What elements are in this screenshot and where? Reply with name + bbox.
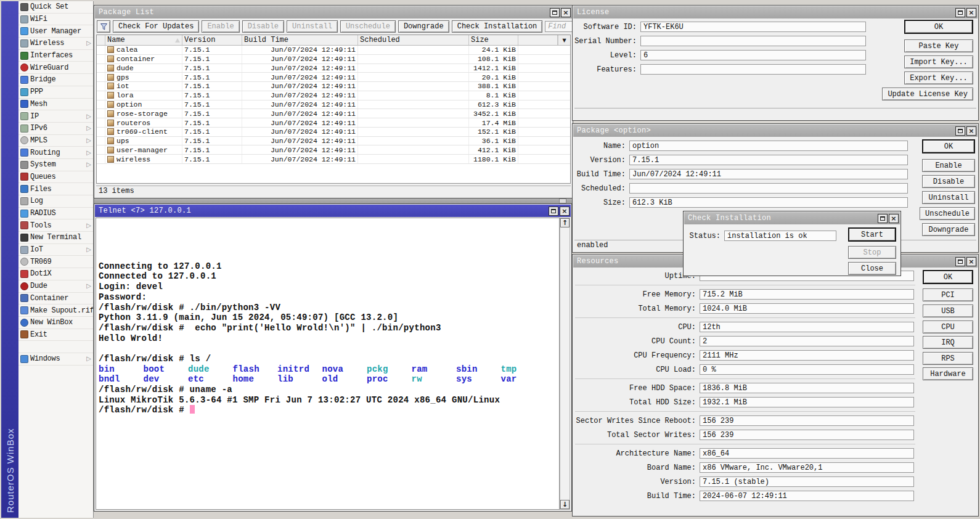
maximize-icon[interactable] xyxy=(955,8,965,17)
update-license-key-button[interactable]: Update License Key xyxy=(882,88,973,100)
downgrade-button[interactable]: Downgrade xyxy=(922,223,975,236)
sidebar-item-make-supout-rif[interactable]: Make Supout.rif xyxy=(18,304,93,317)
sidebar-item-windows[interactable]: Windows▷ xyxy=(18,353,93,366)
disable-button[interactable]: Disable xyxy=(922,175,975,188)
sidebar-item-files[interactable]: Files xyxy=(18,183,93,195)
package-list-titlebar[interactable]: Package List × xyxy=(95,6,572,18)
sidebar-item-new-winbox[interactable]: New WinBox xyxy=(18,317,93,329)
unschedule-button[interactable]: Unschedule xyxy=(920,207,975,220)
filter-icon[interactable] xyxy=(97,20,110,33)
column-header-size[interactable]: Size xyxy=(469,35,518,45)
sidebar-item-iot[interactable]: IoT▷ xyxy=(18,244,93,256)
sidebar-item-routing[interactable]: Routing▷ xyxy=(18,147,93,159)
resources-architecture-name-field[interactable]: x86_64 xyxy=(700,448,914,459)
sidebar-item-wireguard[interactable]: WireGuard xyxy=(18,62,93,74)
sidebar-item-interfaces[interactable]: Interfaces xyxy=(18,50,93,62)
close-icon[interactable]: × xyxy=(966,126,976,136)
scroll-down-icon[interactable]: ↓ xyxy=(560,500,570,509)
start-button[interactable]: Start xyxy=(848,227,896,242)
enable-button[interactable]: Enable xyxy=(922,159,975,172)
sidebar-item-quick-set[interactable]: Quick Set xyxy=(18,1,93,14)
uninstall-button[interactable]: Uninstall xyxy=(287,20,338,33)
maximize-icon[interactable] xyxy=(549,206,558,216)
sidebar-item-ppp[interactable]: PPP xyxy=(18,86,93,99)
sidebar-item-mpls[interactable]: MPLS▷ xyxy=(18,135,93,147)
disable-button[interactable]: Disable xyxy=(242,20,284,33)
sidebar-item-bridge[interactable]: Bridge xyxy=(18,74,93,86)
column-header-name[interactable]: Name xyxy=(105,35,182,45)
sidebar-item-mesh[interactable]: Mesh xyxy=(18,99,93,111)
table-row[interactable]: user-manager7.15.1Jun/07/2024 12:49:1141… xyxy=(97,145,570,155)
table-row[interactable]: routeros7.15.1Jun/07/2024 12:49:1117.4 M… xyxy=(97,118,570,128)
uninstall-button[interactable]: Uninstall xyxy=(922,191,975,204)
table-row[interactable]: ups7.15.1Jun/07/2024 12:49:1136.1 KiB xyxy=(97,137,570,146)
resources-cpu-frequency-field[interactable]: 2111 MHz xyxy=(700,350,914,361)
maximize-icon[interactable] xyxy=(550,8,560,17)
enable-button[interactable]: Enable xyxy=(202,20,239,33)
table-row[interactable]: option7.15.1Jun/07/2024 12:49:11612.3 Ki… xyxy=(97,100,570,110)
license-software-id-field[interactable]: YFTK-EK6U xyxy=(640,22,866,32)
sidebar-item-log[interactable]: Log xyxy=(18,195,93,208)
check-installation-titlebar[interactable]: Check Installation × xyxy=(684,212,900,224)
resources-cpu-field[interactable]: 12th xyxy=(700,322,914,332)
check-installation-button[interactable]: Check Installation xyxy=(452,20,543,33)
downgrade-button[interactable]: Downgrade xyxy=(398,20,449,33)
sidebar-item-wireless[interactable]: Wireless▷ xyxy=(18,38,93,50)
package-build-time-field[interactable]: Jun/07/2024 12:49:11 xyxy=(629,169,908,179)
telnet-titlebar[interactable]: Telnet <7> 127.0.0.1 × xyxy=(95,205,571,217)
table-row[interactable]: iot7.15.1Jun/07/2024 12:49:11388.1 KiB xyxy=(97,82,570,91)
terminal-output[interactable]: Connecting to 127.0.0.1Connected to 127.… xyxy=(96,218,560,510)
column-header-scheduled[interactable]: Scheduled xyxy=(358,35,469,45)
close-icon[interactable]: × xyxy=(889,214,899,223)
package-version-field[interactable]: 7.15.1 xyxy=(629,155,908,165)
license-features-field[interactable] xyxy=(640,64,866,75)
close-icon[interactable]: × xyxy=(966,8,976,17)
export-key-button[interactable]: Export Key... xyxy=(904,72,973,84)
resources-sector-writes-since-reboot-field[interactable]: 156 239 xyxy=(700,415,914,426)
package-size-field[interactable]: 612.3 KiB xyxy=(629,197,908,208)
sidebar-item-wifi[interactable]: WiFi xyxy=(18,14,93,26)
hardware-button[interactable]: Hardware xyxy=(923,367,973,380)
sidebar-item-dot1x[interactable]: Dot1X xyxy=(18,268,93,280)
table-row[interactable]: calea7.15.1Jun/07/2024 12:49:1124.1 KiB xyxy=(97,46,570,55)
resources-cpu-load-field[interactable]: 0 % xyxy=(700,364,914,375)
close-icon[interactable]: × xyxy=(966,257,976,266)
license-titlebar[interactable]: License × xyxy=(573,6,978,18)
resources-board-name-field[interactable]: x86 VMware, Inc. VMware20,1 xyxy=(700,462,914,473)
pci-button[interactable]: PCI xyxy=(923,288,973,301)
sidebar-item-new-terminal[interactable]: New Terminal xyxy=(18,232,93,244)
resources-free-hdd-space-field[interactable]: 1836.8 MiB xyxy=(700,383,914,393)
sidebar-item-container[interactable]: Container xyxy=(18,293,93,305)
table-row[interactable]: rose-storage7.15.1Jun/07/2024 12:49:1134… xyxy=(97,109,570,118)
rps-button[interactable]: RPS xyxy=(923,352,973,365)
license-serial-number-field[interactable] xyxy=(640,36,866,46)
maximize-icon[interactable] xyxy=(955,126,965,136)
import-key-button[interactable]: Import Key... xyxy=(904,55,973,68)
ok-button[interactable]: OK xyxy=(904,20,973,34)
terminal-scrollbar[interactable]: ↑ ↓ xyxy=(560,218,570,510)
package-scheduled-field[interactable] xyxy=(629,183,908,194)
paste-key-button[interactable]: Paste Key xyxy=(904,39,973,52)
stop-button[interactable]: Stop xyxy=(848,246,896,259)
column-header-version[interactable]: Version xyxy=(182,35,242,45)
usb-button[interactable]: USB xyxy=(923,304,973,317)
check-for-updates-button[interactable]: Check For Updates xyxy=(113,20,199,33)
table-row[interactable]: dude7.15.1Jun/07/2024 12:49:111412.1 KiB xyxy=(97,64,570,73)
unschedule-button[interactable]: Unschedule xyxy=(340,20,396,33)
maximize-icon[interactable] xyxy=(955,257,965,266)
resources-total-sector-writes-field[interactable]: 156 239 xyxy=(700,430,914,440)
column-select-icon[interactable]: ▼ xyxy=(558,35,570,45)
close-button[interactable]: Close xyxy=(848,262,896,275)
table-row[interactable]: lora7.15.1Jun/07/2024 12:49:118.1 KiB xyxy=(97,91,570,100)
column-header-build-time[interactable]: Build Time xyxy=(242,35,358,45)
resources-free-memory-field[interactable]: 715.2 MiB xyxy=(700,289,914,300)
table-row[interactable]: gps7.15.1Jun/07/2024 12:49:1120.1 KiB xyxy=(97,73,570,82)
table-row[interactable]: tr069-client7.15.1Jun/07/2024 12:49:1115… xyxy=(97,128,570,137)
cpu-button[interactable]: CPU xyxy=(923,321,973,333)
package-option-titlebar[interactable]: Package <option> × xyxy=(573,125,978,137)
resources-total-hdd-size-field[interactable]: 1932.1 MiB xyxy=(700,397,914,407)
sidebar-item-ip[interactable]: IP▷ xyxy=(18,110,93,123)
sidebar-item-user-manager[interactable]: User Manager xyxy=(18,25,93,38)
sidebar-item-ipv6[interactable]: IPv6▷ xyxy=(18,123,93,135)
package-name-field[interactable]: option xyxy=(629,141,908,151)
